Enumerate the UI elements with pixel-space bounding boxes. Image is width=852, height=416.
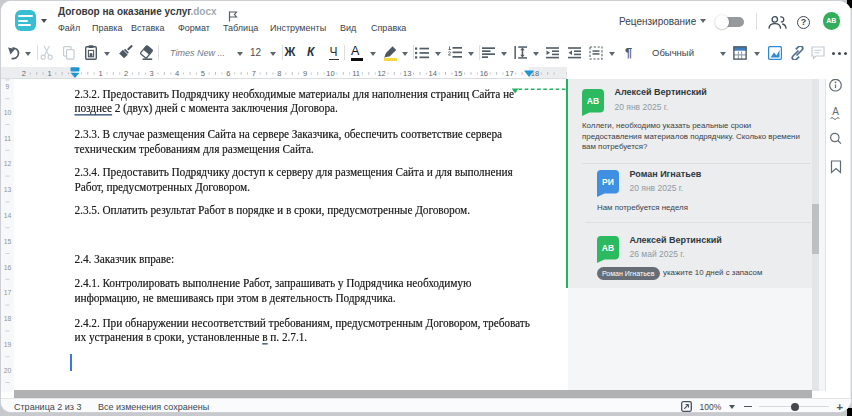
svg-text:1: 1: [47, 69, 51, 78]
svg-text:4: 4: [175, 69, 179, 78]
svg-text:16: 16: [480, 69, 488, 78]
svg-text:8: 8: [277, 69, 281, 78]
svg-text:11: 11: [4, 134, 11, 141]
svg-text:14: 14: [429, 69, 437, 78]
svg-text:7: 7: [252, 69, 256, 78]
svg-text:9: 9: [6, 83, 10, 90]
svg-text:АВ: АВ: [587, 96, 599, 106]
svg-text:АВ: АВ: [602, 243, 614, 253]
svg-text:18: 18: [4, 315, 12, 322]
svg-text:2: 2: [22, 69, 26, 78]
svg-text:18: 18: [531, 69, 539, 78]
svg-text:3: 3: [150, 69, 154, 78]
svg-text:9: 9: [303, 69, 307, 78]
svg-text:11: 11: [352, 69, 360, 78]
svg-text:12: 12: [377, 69, 385, 78]
svg-text:2: 2: [124, 69, 128, 78]
svg-text:10: 10: [4, 108, 12, 115]
svg-text:14: 14: [4, 212, 12, 219]
svg-text:19: 19: [4, 341, 12, 348]
svg-text:15: 15: [4, 237, 12, 244]
svg-text:16: 16: [4, 263, 12, 270]
svg-text:20: 20: [4, 366, 12, 373]
svg-text:13: 13: [4, 186, 12, 193]
svg-text:17: 17: [4, 289, 12, 296]
svg-text:А: А: [832, 106, 839, 117]
svg-text:10: 10: [326, 69, 334, 78]
svg-text:6: 6: [226, 69, 230, 78]
svg-text:РИ: РИ: [602, 177, 614, 187]
svg-text:13: 13: [403, 69, 411, 78]
svg-text:5: 5: [201, 69, 205, 78]
svg-text:12: 12: [4, 160, 12, 167]
svg-text:15: 15: [454, 69, 462, 78]
svg-text:17: 17: [505, 69, 513, 78]
svg-text:1: 1: [98, 69, 102, 78]
